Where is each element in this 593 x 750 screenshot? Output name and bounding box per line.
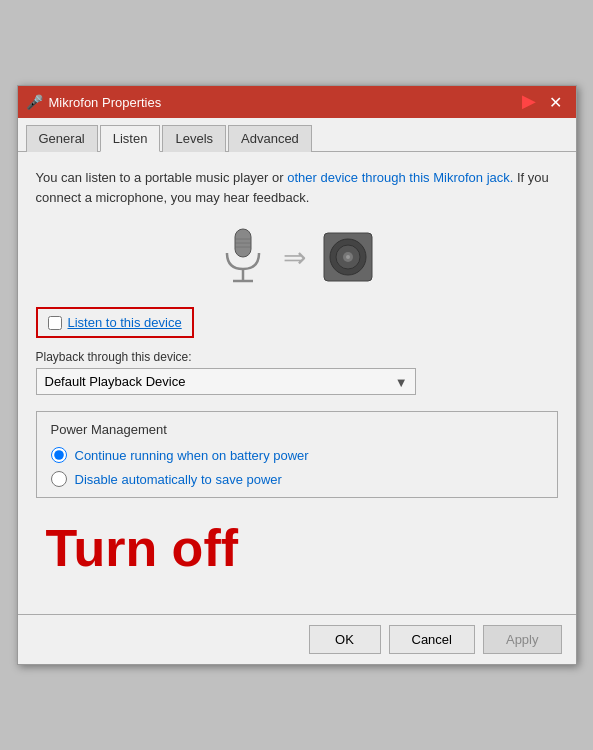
apply-button[interactable]: Apply [483,625,562,654]
ok-button[interactable]: OK [309,625,381,654]
description-link: other device through this Mikrofon jack. [287,170,513,185]
listen-checkbox-area: Listen to this device [36,307,194,338]
close-button[interactable]: ✕ [544,90,568,114]
power-management-title: Power Management [51,422,543,437]
tab-general[interactable]: General [26,125,98,152]
tab-bar: General Listen Levels Advanced [18,118,576,152]
radio-disable-label[interactable]: Disable automatically to save power [75,472,282,487]
turn-off-text: Turn off [46,518,558,578]
tab-listen[interactable]: Listen [100,125,161,152]
listen-checkbox-label[interactable]: Listen to this device [68,315,182,330]
radio-disable-option: Disable automatically to save power [51,471,543,487]
title-bar-title: Mikrofon Properties [49,95,544,110]
arrow-icon: ⇒ [283,241,306,274]
radio-disable[interactable] [51,471,67,487]
svg-point-10 [346,255,350,259]
listen-checkbox[interactable] [48,316,62,330]
description-text: You can listen to a portable music playe… [36,168,558,207]
radio-continue[interactable] [51,447,67,463]
playback-device-select[interactable]: Default Playback Device [36,368,416,395]
power-management-box: Power Management Continue running when o… [36,411,558,498]
title-bar-icon: 🎤 [26,94,43,110]
button-bar: OK Cancel Apply [18,614,576,664]
tab-advanced[interactable]: Advanced [228,125,312,152]
mikrofon-properties-window: 🎤 Mikrofon Properties ▶ ✕ General Listen… [17,85,577,665]
tab-content: You can listen to a portable music playe… [18,152,576,614]
cancel-button[interactable]: Cancel [389,625,475,654]
playback-select-wrapper: Default Playback Device ▼ [36,368,416,395]
playback-label: Playback through this device: [36,350,558,364]
speaker-icon [322,231,374,283]
microphone-icon [219,225,267,289]
device-diagram: ⇒ [36,225,558,289]
tab-levels[interactable]: Levels [162,125,226,152]
radio-continue-label[interactable]: Continue running when on battery power [75,448,309,463]
title-bar: 🎤 Mikrofon Properties ▶ ✕ [18,86,576,118]
radio-continue-option: Continue running when on battery power [51,447,543,463]
